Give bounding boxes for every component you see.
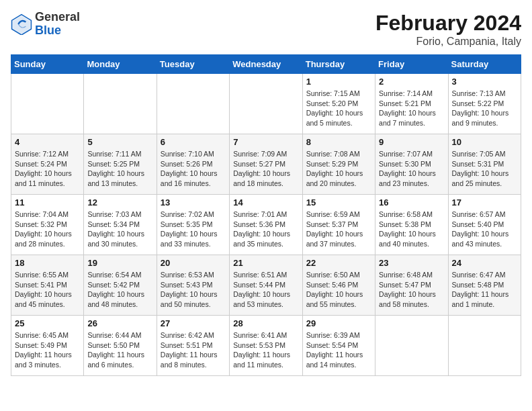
calendar-cell: 6Sunrise: 7:10 AM Sunset: 5:26 PM Daylig… xyxy=(157,134,229,195)
day-number: 3 xyxy=(452,77,517,87)
calendar-table: SundayMondayTuesdayWednesdayThursdayFrid… xyxy=(11,54,521,376)
day-info: Sunrise: 6:57 AM Sunset: 5:40 PM Dayligh… xyxy=(452,210,517,249)
day-number: 25 xyxy=(15,318,80,328)
calendar-cell: 11Sunrise: 7:04 AM Sunset: 5:32 PM Dayli… xyxy=(11,195,84,255)
calendar-cell: 19Sunrise: 6:54 AM Sunset: 5:42 PM Dayli… xyxy=(84,255,157,316)
calendar-cell xyxy=(11,74,84,134)
calendar-cell: 4Sunrise: 7:12 AM Sunset: 5:24 PM Daylig… xyxy=(11,134,84,195)
day-number: 29 xyxy=(306,318,371,328)
calendar-cell: 27Sunrise: 6:42 AM Sunset: 5:51 PM Dayli… xyxy=(157,316,229,376)
calendar-cell: 16Sunrise: 6:58 AM Sunset: 5:38 PM Dayli… xyxy=(375,195,448,255)
calendar-cell: 10Sunrise: 7:05 AM Sunset: 5:31 PM Dayli… xyxy=(448,134,521,195)
calendar-cell: 12Sunrise: 7:03 AM Sunset: 5:34 PM Dayli… xyxy=(84,195,157,255)
day-number: 7 xyxy=(233,137,298,147)
calendar-week-row: 4Sunrise: 7:12 AM Sunset: 5:24 PM Daylig… xyxy=(11,134,521,195)
calendar-cell: 18Sunrise: 6:55 AM Sunset: 5:41 PM Dayli… xyxy=(11,255,84,316)
day-number: 4 xyxy=(15,137,80,147)
calendar-cell: 24Sunrise: 6:47 AM Sunset: 5:48 PM Dayli… xyxy=(448,255,521,316)
logo-blue: Blue xyxy=(35,24,80,38)
calendar-cell: 5Sunrise: 7:11 AM Sunset: 5:25 PM Daylig… xyxy=(84,134,157,195)
day-info: Sunrise: 7:13 AM Sunset: 5:22 PM Dayligh… xyxy=(452,89,517,128)
day-number: 28 xyxy=(233,318,298,328)
day-info: Sunrise: 7:01 AM Sunset: 5:36 PM Dayligh… xyxy=(233,210,298,249)
day-info: Sunrise: 6:53 AM Sunset: 5:43 PM Dayligh… xyxy=(161,270,226,310)
day-number: 20 xyxy=(161,258,226,268)
day-info: Sunrise: 7:08 AM Sunset: 5:29 PM Dayligh… xyxy=(306,149,371,189)
day-info: Sunrise: 7:10 AM Sunset: 5:26 PM Dayligh… xyxy=(161,149,226,189)
day-info: Sunrise: 7:15 AM Sunset: 5:20 PM Dayligh… xyxy=(306,89,371,128)
logo-text: General Blue xyxy=(35,11,80,38)
day-number: 2 xyxy=(379,77,444,87)
day-info: Sunrise: 6:48 AM Sunset: 5:47 PM Dayligh… xyxy=(379,270,444,310)
calendar-cell: 25Sunrise: 6:45 AM Sunset: 5:49 PM Dayli… xyxy=(11,316,84,376)
day-info: Sunrise: 6:55 AM Sunset: 5:41 PM Dayligh… xyxy=(15,270,80,310)
day-number: 6 xyxy=(161,137,226,147)
calendar-cell xyxy=(375,316,448,376)
day-number: 18 xyxy=(15,258,80,268)
day-number: 1 xyxy=(306,77,371,87)
day-info: Sunrise: 7:14 AM Sunset: 5:21 PM Dayligh… xyxy=(379,89,444,128)
day-number: 22 xyxy=(306,258,371,268)
day-info: Sunrise: 6:39 AM Sunset: 5:54 PM Dayligh… xyxy=(306,330,371,370)
day-info: Sunrise: 7:07 AM Sunset: 5:30 PM Dayligh… xyxy=(379,149,444,189)
day-number: 19 xyxy=(87,258,152,268)
day-number: 5 xyxy=(87,137,152,147)
calendar-cell: 21Sunrise: 6:51 AM Sunset: 5:44 PM Dayli… xyxy=(230,255,302,316)
day-info: Sunrise: 6:59 AM Sunset: 5:37 PM Dayligh… xyxy=(306,210,371,249)
calendar-cell: 22Sunrise: 6:50 AM Sunset: 5:46 PM Dayli… xyxy=(302,255,375,316)
day-number: 15 xyxy=(306,197,371,208)
calendar-week-row: 1Sunrise: 7:15 AM Sunset: 5:20 PM Daylig… xyxy=(11,74,521,134)
day-info: Sunrise: 6:42 AM Sunset: 5:51 PM Dayligh… xyxy=(161,330,226,370)
day-number: 26 xyxy=(87,318,152,328)
calendar-week-row: 25Sunrise: 6:45 AM Sunset: 5:49 PM Dayli… xyxy=(11,316,521,376)
calendar-cell: 1Sunrise: 7:15 AM Sunset: 5:20 PM Daylig… xyxy=(302,74,375,134)
column-header-friday: Friday xyxy=(375,55,448,74)
calendar-cell: 23Sunrise: 6:48 AM Sunset: 5:47 PM Dayli… xyxy=(375,255,448,316)
main-title: February 2024 xyxy=(375,11,521,36)
day-number: 13 xyxy=(161,197,226,208)
day-info: Sunrise: 7:09 AM Sunset: 5:27 PM Dayligh… xyxy=(233,149,298,189)
column-header-tuesday: Tuesday xyxy=(157,55,229,74)
day-info: Sunrise: 7:05 AM Sunset: 5:31 PM Dayligh… xyxy=(452,149,517,189)
calendar-week-row: 11Sunrise: 7:04 AM Sunset: 5:32 PM Dayli… xyxy=(11,195,521,255)
day-number: 11 xyxy=(15,197,80,208)
column-header-saturday: Saturday xyxy=(448,55,521,74)
calendar-cell: 13Sunrise: 7:02 AM Sunset: 5:35 PM Dayli… xyxy=(157,195,229,255)
day-info: Sunrise: 7:12 AM Sunset: 5:24 PM Dayligh… xyxy=(15,149,80,189)
day-info: Sunrise: 7:11 AM Sunset: 5:25 PM Dayligh… xyxy=(87,149,152,189)
day-info: Sunrise: 7:02 AM Sunset: 5:35 PM Dayligh… xyxy=(161,210,226,249)
day-info: Sunrise: 6:58 AM Sunset: 5:38 PM Dayligh… xyxy=(379,210,444,249)
calendar-cell xyxy=(230,74,302,134)
day-info: Sunrise: 6:44 AM Sunset: 5:50 PM Dayligh… xyxy=(87,330,152,370)
column-header-monday: Monday xyxy=(84,55,157,74)
day-number: 27 xyxy=(161,318,226,328)
calendar-cell: 9Sunrise: 7:07 AM Sunset: 5:30 PM Daylig… xyxy=(375,134,448,195)
day-info: Sunrise: 6:54 AM Sunset: 5:42 PM Dayligh… xyxy=(87,270,152,310)
calendar-header-row: SundayMondayTuesdayWednesdayThursdayFrid… xyxy=(11,55,521,74)
day-number: 23 xyxy=(379,258,444,268)
calendar-cell: 3Sunrise: 7:13 AM Sunset: 5:22 PM Daylig… xyxy=(448,74,521,134)
day-number: 16 xyxy=(379,197,444,208)
column-header-thursday: Thursday xyxy=(302,55,375,74)
day-info: Sunrise: 6:51 AM Sunset: 5:44 PM Dayligh… xyxy=(233,270,298,310)
calendar-cell: 20Sunrise: 6:53 AM Sunset: 5:43 PM Dayli… xyxy=(157,255,229,316)
day-info: Sunrise: 7:03 AM Sunset: 5:34 PM Dayligh… xyxy=(87,210,152,249)
day-number: 24 xyxy=(452,258,517,268)
subtitle: Forio, Campania, Italy xyxy=(375,36,521,48)
day-info: Sunrise: 6:45 AM Sunset: 5:49 PM Dayligh… xyxy=(15,330,80,370)
calendar-cell: 28Sunrise: 6:41 AM Sunset: 5:53 PM Dayli… xyxy=(230,316,302,376)
day-number: 17 xyxy=(452,197,517,208)
calendar-cell: 2Sunrise: 7:14 AM Sunset: 5:21 PM Daylig… xyxy=(375,74,448,134)
logo-icon xyxy=(11,13,32,35)
title-section: February 2024 Forio, Campania, Italy xyxy=(375,11,521,48)
day-info: Sunrise: 6:50 AM Sunset: 5:46 PM Dayligh… xyxy=(306,270,371,310)
day-info: Sunrise: 6:41 AM Sunset: 5:53 PM Dayligh… xyxy=(233,330,298,370)
calendar-cell xyxy=(448,316,521,376)
day-number: 14 xyxy=(233,197,298,208)
logo-general: General xyxy=(35,11,80,24)
day-number: 8 xyxy=(306,137,371,147)
day-info: Sunrise: 7:04 AM Sunset: 5:32 PM Dayligh… xyxy=(15,210,80,249)
calendar-cell xyxy=(157,74,229,134)
logo: General Blue xyxy=(11,11,80,38)
calendar-cell: 15Sunrise: 6:59 AM Sunset: 5:37 PM Dayli… xyxy=(302,195,375,255)
